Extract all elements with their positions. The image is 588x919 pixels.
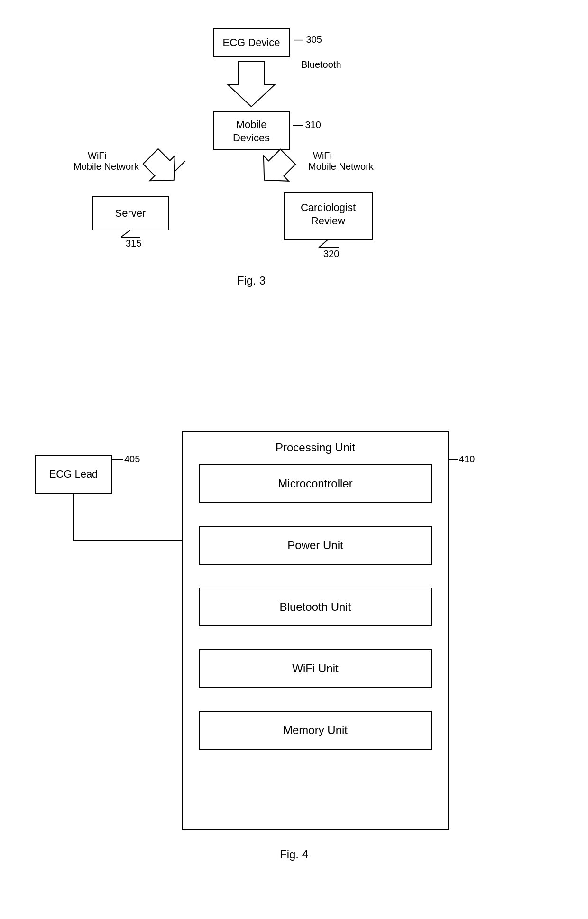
svg-text:405: 405 — [124, 454, 140, 464]
fig3-diagram: ECG Device — 305 Bluetooth Mobile Device… — [0, 14, 588, 375]
svg-text:410: 410 — [459, 454, 475, 464]
svg-text:WiFi: WiFi — [88, 150, 107, 161]
svg-rect-42 — [199, 526, 432, 564]
svg-text:Memory Unit: Memory Unit — [283, 724, 348, 736]
svg-text:Review: Review — [311, 215, 345, 227]
svg-text:— 305: — 305 — [294, 34, 322, 45]
svg-text:Microcontroller: Microcontroller — [278, 477, 352, 490]
svg-text:Power Unit: Power Unit — [287, 539, 343, 551]
svg-text:WiFi Unit: WiFi Unit — [292, 662, 339, 675]
svg-rect-22 — [285, 192, 372, 239]
svg-rect-0 — [213, 28, 289, 57]
svg-text:Processing Unit: Processing Unit — [276, 441, 355, 454]
svg-line-19 — [121, 230, 130, 237]
svg-marker-4 — [228, 62, 275, 107]
svg-rect-29 — [36, 455, 111, 493]
svg-text:WiFi: WiFi — [313, 150, 332, 161]
svg-rect-17 — [92, 197, 168, 230]
svg-rect-36 — [183, 432, 448, 830]
svg-text:Cardiologist: Cardiologist — [301, 202, 356, 213]
svg-marker-35 — [185, 537, 197, 544]
fig4-diagram: ECG Lead 405 Processing Unit 410 Microco… — [0, 389, 588, 910]
svg-rect-46 — [199, 650, 432, 688]
svg-marker-14 — [175, 149, 197, 165]
svg-text:320: 320 — [323, 248, 339, 259]
svg-text:Mobile: Mobile — [236, 119, 267, 130]
svg-marker-16 — [252, 144, 301, 193]
svg-text:Bluetooth: Bluetooth — [301, 59, 341, 70]
svg-rect-44 — [199, 588, 432, 626]
svg-text:ECG Device: ECG Device — [222, 37, 280, 48]
svg-text:Mobile Network: Mobile Network — [308, 161, 374, 172]
svg-text:Devices: Devices — [233, 132, 270, 144]
svg-rect-40 — [199, 465, 432, 503]
svg-text:— 310: — 310 — [293, 119, 321, 130]
svg-text:Fig. 3: Fig. 3 — [237, 274, 266, 287]
svg-marker-13 — [168, 152, 194, 171]
svg-text:Bluetooth Unit: Bluetooth Unit — [280, 600, 351, 613]
fig4-svg: ECG Lead 405 Processing Unit 410 Microco… — [0, 389, 588, 910]
svg-rect-48 — [199, 711, 432, 749]
svg-text:Mobile Network: Mobile Network — [74, 161, 139, 172]
svg-text:Server: Server — [115, 207, 146, 219]
svg-rect-5 — [213, 111, 289, 149]
svg-line-25 — [319, 239, 328, 248]
svg-marker-15 — [138, 144, 187, 193]
fig3-svg: ECG Device — 305 Bluetooth Mobile Device… — [0, 14, 588, 375]
svg-text:ECG Lead: ECG Lead — [49, 468, 98, 480]
svg-text:315: 315 — [126, 238, 141, 248]
diagram-container: ECG Device — 305 Bluetooth Mobile Device… — [0, 0, 588, 919]
svg-text:Fig. 4: Fig. 4 — [280, 848, 308, 861]
